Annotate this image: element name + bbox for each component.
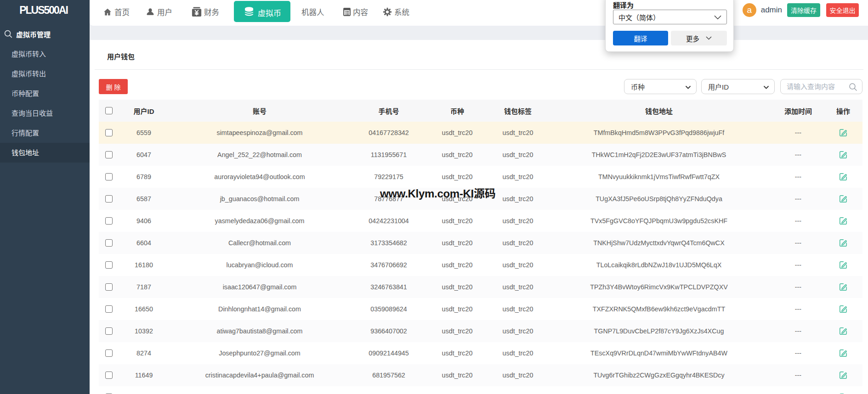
row-checkbox[interactable] <box>105 283 113 291</box>
sidebar-item[interactable]: 虚拟币转出 <box>0 64 90 84</box>
cell-user-id: 10392 <box>119 327 169 335</box>
cell-user-id: 7187 <box>119 283 169 291</box>
row-checkbox[interactable] <box>105 371 113 379</box>
sidebar-item[interactable]: 币种配置 <box>0 84 90 103</box>
nav-item-finance[interactable]: 财务 <box>192 0 219 24</box>
cell-coin: usdt_trc20 <box>427 261 488 269</box>
row-checkbox[interactable] <box>105 305 113 313</box>
cell-time: --- <box>770 283 827 291</box>
cell-coin: usdt_trc20 <box>427 217 488 225</box>
user-filter-label: 用户ID <box>708 82 729 91</box>
nav-item-label: 首页 <box>114 6 130 17</box>
gear-icon <box>383 7 392 17</box>
cell-address: TPZh3Y4BvWtoy6RimcVx9KwTPCLDVPZQXV <box>548 283 770 291</box>
cell-time: --- <box>770 151 827 158</box>
row-checkbox[interactable] <box>105 195 113 203</box>
nav-item-label: 机器人 <box>301 6 324 17</box>
cell-tag: usdt_trc20 <box>488 239 548 247</box>
col-header-time: 添加时间 <box>770 106 827 116</box>
cell-account: Angel_252_22@hotmail.com <box>169 151 351 158</box>
row-checkbox[interactable] <box>105 239 113 247</box>
cell-time: --- <box>770 349 827 357</box>
edit-button[interactable] <box>839 305 847 313</box>
edit-button[interactable] <box>839 261 847 269</box>
cell-time: --- <box>770 129 827 136</box>
cell-account: jb_guanacos@hotmail.com <box>169 195 351 203</box>
row-checkbox[interactable] <box>105 327 113 335</box>
top-navbar: 首页 用户 财务 虚拟币 机器人 内容 系统 a admin 清除缓存 <box>90 0 868 26</box>
cell-address: TUgXA3fJ5Pe6oUSrp8tjQh8YyZFNduQdya <box>548 195 770 203</box>
language-select[interactable]: 中文（简体） <box>613 10 727 24</box>
cell-user-id: 6789 <box>119 173 169 180</box>
cell-user-id: 16650 <box>119 305 169 313</box>
table-row: 7187 isaac120647@gmail.com 3246763841 us… <box>99 276 862 298</box>
cell-coin: usdt_trc20 <box>427 371 488 379</box>
edit-button[interactable] <box>839 195 847 203</box>
translate-button[interactable]: 翻译 <box>613 31 668 45</box>
row-checkbox[interactable] <box>105 261 113 269</box>
cell-phone: 04242231004 <box>351 217 427 225</box>
cell-user-id: 9406 <box>119 217 169 225</box>
sidebar-item[interactable]: 查询当日收益 <box>0 103 90 123</box>
row-checkbox[interactable] <box>105 151 113 158</box>
coin-filter-select[interactable]: 币种 <box>624 79 697 94</box>
nav-item-label: 内容 <box>353 6 368 17</box>
nav-item-home[interactable]: 首页 <box>103 0 130 24</box>
cell-user-id: 8274 <box>119 349 169 357</box>
sidebar-item[interactable]: 虚拟币转入 <box>0 44 90 64</box>
content-icon <box>343 8 351 16</box>
select-all-checkbox[interactable] <box>105 107 113 114</box>
username: admin <box>761 6 782 15</box>
avatar[interactable]: a <box>743 3 756 17</box>
sidebar-item[interactable]: 行情配置 <box>0 123 90 143</box>
edit-button[interactable] <box>839 129 847 137</box>
clear-cache-button[interactable]: 清除缓存 <box>787 3 820 17</box>
col-header-phone: 手机号 <box>351 106 427 116</box>
cell-address: TVx5FgGVC8oYFQJPbqmU3w9pgdu52csKHF <box>548 217 770 225</box>
edit-button[interactable] <box>839 327 847 335</box>
edit-button[interactable] <box>839 217 847 225</box>
row-checkbox[interactable] <box>105 129 113 136</box>
row-checkbox[interactable] <box>105 217 113 225</box>
nav-item-crypto[interactable]: 虚拟币 <box>234 1 290 22</box>
divider <box>95 69 863 70</box>
table-row: 6559 simtapeespinoza@gmail.com 041677283… <box>99 122 862 144</box>
more-button-label: 更多 <box>686 34 699 43</box>
search-box <box>780 79 862 94</box>
cell-time: --- <box>770 327 827 335</box>
edit-button[interactable] <box>839 349 847 357</box>
nav-item-user[interactable]: 用户 <box>146 0 172 24</box>
edit-button[interactable] <box>839 173 847 181</box>
row-checkbox[interactable] <box>105 173 113 180</box>
user-filter-select[interactable]: 用户ID <box>701 79 775 94</box>
cell-coin: usdt_trc20 <box>427 305 488 313</box>
cell-user-id: 6587 <box>119 195 169 203</box>
cell-tag: usdt_trc20 <box>488 217 548 225</box>
search-input[interactable] <box>787 79 846 94</box>
nav-item-system[interactable]: 系统 <box>383 0 409 24</box>
cell-tag: usdt_trc20 <box>488 129 548 136</box>
nav-item-robot[interactable]: 机器人 <box>301 0 324 24</box>
chevron-down-icon <box>686 83 691 90</box>
cell-coin: usdt_trc20 <box>427 129 488 136</box>
edit-button[interactable] <box>839 371 847 379</box>
col-header-user-id: 用户ID <box>119 106 169 116</box>
coins-icon <box>243 6 255 20</box>
logout-button[interactable]: 安全退出 <box>826 3 859 17</box>
cell-phone: 681957562 <box>351 371 427 379</box>
table-row: 9406 yasmelydedaza06@gmail.com 042422310… <box>99 210 862 232</box>
edit-button[interactable] <box>839 283 847 291</box>
sidebar-item[interactable]: 钱包地址 <box>0 143 90 163</box>
nav-item-content[interactable]: 内容 <box>343 0 368 24</box>
edit-button[interactable] <box>839 151 847 159</box>
more-button[interactable]: 更多 <box>671 31 727 45</box>
edit-button[interactable] <box>839 239 847 247</box>
content-panel: 用户钱包 删 除 币种 用户ID 用户ID 账号 手机号 币种 钱包标签 钱包地… <box>90 40 868 394</box>
delete-button[interactable]: 删 除 <box>99 79 128 94</box>
search-icon[interactable] <box>849 83 857 93</box>
row-checkbox[interactable] <box>105 349 113 357</box>
cell-account: atiwag7bautista8@gmail.com <box>169 327 351 335</box>
translate-popup-title: 翻译为 <box>613 0 634 10</box>
wallet-table: 用户ID 账号 手机号 币种 钱包标签 钱包地址 添加时间 操作 6559 si… <box>99 100 862 394</box>
cell-tag: usdt_trc20 <box>488 305 548 313</box>
